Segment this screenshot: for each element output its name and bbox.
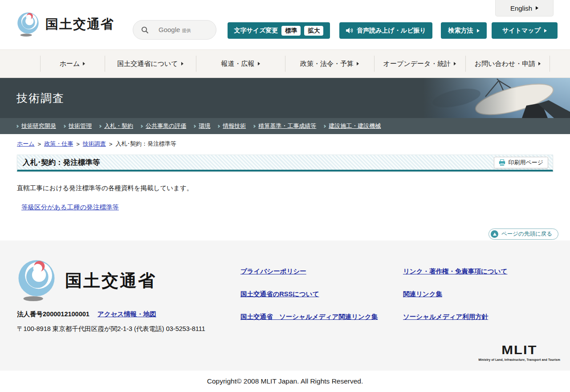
- chevron-right-icon: [357, 62, 359, 65]
- nav-item-press[interactable]: 報道・広報: [196, 50, 285, 78]
- chevron-right-icon: [193, 124, 196, 127]
- page-section-title: 技術調査: [16, 91, 65, 106]
- breadcrumb-separator: >: [109, 141, 113, 147]
- subnav-item-environment[interactable]: 環境: [193, 122, 210, 130]
- chevron-right-icon: [323, 124, 326, 127]
- font-standard-button[interactable]: 標準: [281, 26, 301, 36]
- print-page-label: 印刷用ページ: [508, 159, 543, 167]
- section-subnav: 技術研究開発 技術管理 入札・契約 公共事業の評価 環境 情報技術 積算基準・工…: [0, 118, 570, 134]
- voice-reading-button[interactable]: 音声読み上げ・ルビ振り: [339, 22, 432, 39]
- print-page-button[interactable]: 印刷用ページ: [494, 157, 548, 168]
- footer-site-title: 国土交通省: [65, 270, 156, 292]
- footer-logo[interactable]: 国土交通省: [16, 257, 156, 304]
- address-line: 〒100-8918 東京都千代田区霞が関2-1-3 (代表電話) 03-5253…: [17, 325, 205, 333]
- subnav-item-construction-machinery[interactable]: 建設施工・建設機械: [323, 122, 381, 130]
- site-footer: 国土交通省 法人番号2000012100001アクセス情報・地図 〒100-89…: [0, 241, 570, 371]
- page: 国土交通省 Google提供 文字サイズ変更 標準 拡大 音声読み上げ・ルビ振り: [0, 0, 570, 392]
- breadcrumb-separator: >: [76, 141, 80, 147]
- sitemap-button[interactable]: サイトマップ: [492, 22, 558, 39]
- list-item: 国土交通省 ソーシャルメディア関連リンク集: [240, 313, 378, 321]
- copyright-disclaimer-link[interactable]: リンク・著作権・免責事項について: [403, 268, 507, 275]
- satellite-dish-image: [423, 78, 570, 118]
- section-banner: 技術調査: [0, 78, 570, 118]
- chevron-right-icon: [16, 124, 19, 127]
- search-method-label: 検索方法: [448, 27, 473, 35]
- chevron-right-icon: [181, 62, 183, 65]
- page-heading-box: 入札･契約：発注標準等 印刷用ページ: [17, 155, 553, 172]
- breadcrumb-tech-link[interactable]: 技術調査: [83, 140, 106, 148]
- site-logo[interactable]: 国土交通省: [16, 11, 114, 38]
- site-title: 国土交通省: [45, 16, 114, 33]
- chevron-right-icon: [536, 6, 538, 10]
- voice-reading-label: 音声読み上げ・ルビ振り: [357, 27, 426, 35]
- chevron-right-icon: [140, 124, 143, 127]
- sitemap-label: サイトマップ: [502, 27, 541, 35]
- chevron-right-icon: [258, 62, 260, 65]
- chevron-right-icon: [98, 124, 102, 127]
- list-item: ソーシャルメディア利用方針: [403, 313, 507, 321]
- breadcrumb: ホーム > 政策・仕事 > 技術調査 > 入札･契約：発注標準等: [17, 134, 553, 148]
- footer-links-column-2: リンク・著作権・免責事項について 関連リンク集 ソーシャルメディア利用方針: [403, 267, 507, 335]
- font-size-label: 文字サイズ変更: [234, 27, 278, 35]
- footer-links-column-1: プライバシーポリシー 国土交通省のRSSについて 国土交通省 ソーシャルメディア…: [240, 267, 378, 335]
- subnav-item-it[interactable]: 情報技術: [217, 122, 246, 130]
- back-to-top-button[interactable]: ページの先頭に戻る: [489, 229, 558, 240]
- speaker-icon: [346, 27, 353, 34]
- subnav-item-evaluation[interactable]: 公共事業の評価: [140, 122, 186, 130]
- corporate-number: 法人番号2000012100001: [17, 310, 90, 318]
- social-media-policy-link[interactable]: ソーシャルメディア利用方針: [403, 313, 488, 320]
- nav-item-opendata[interactable]: オープンデータ・統計: [374, 50, 465, 78]
- access-map-link[interactable]: アクセス情報・地図: [98, 310, 156, 318]
- printer-icon: [499, 159, 505, 166]
- subnav-item-rd[interactable]: 技術研究開発: [16, 122, 56, 130]
- subnav-item-tech-management[interactable]: 技術管理: [63, 122, 92, 130]
- nav-item-contact[interactable]: お問い合わせ・申請: [465, 50, 550, 78]
- intro-text: 直轄工事における発注標準等の各種資料を掲載しています。: [17, 184, 553, 192]
- up-arrow-icon: [491, 230, 498, 238]
- site-header: 国土交通省 Google提供 文字サイズ変更 標準 拡大 音声読み上げ・ルビ振り: [0, 0, 570, 49]
- subnav-item-cost-standards[interactable]: 積算基準・工事成績等: [253, 122, 316, 130]
- copyright-bar: Copyright© 2008 MLIT Japan. All Rights R…: [0, 371, 570, 392]
- social-media-links-link[interactable]: 国土交通省 ソーシャルメディア関連リンク集: [240, 313, 378, 320]
- list-item: 国土交通省のRSSについて: [240, 290, 378, 298]
- subnav-item-bidding[interactable]: 入札・契約: [99, 122, 133, 130]
- corporate-number-line: 法人番号2000012100001アクセス情報・地図: [17, 310, 156, 318]
- font-large-button[interactable]: 拡大: [304, 26, 323, 36]
- related-links-link[interactable]: 関連リンク集: [403, 290, 442, 298]
- nav-item-about[interactable]: 国土交通省について: [105, 50, 196, 78]
- mlit-tagline: Ministry of Land, Infrastructure, Transp…: [479, 358, 560, 361]
- chevron-right-icon: [63, 124, 66, 127]
- breadcrumb-current: 入札･契約：発注標準等: [115, 140, 176, 148]
- order-standards-link[interactable]: 等級区分がある工種の発注標準等: [21, 203, 119, 212]
- chevron-right-icon: [454, 62, 456, 65]
- back-to-top-label: ページの先頭に戻る: [501, 230, 552, 238]
- search-method-button[interactable]: 検索方法: [441, 22, 487, 39]
- search-input[interactable]: Google提供: [133, 20, 216, 40]
- breadcrumb-policy-link[interactable]: 政策・仕事: [44, 140, 73, 148]
- list-item: 関連リンク集: [403, 290, 507, 298]
- mlit-logo-icon: [16, 257, 57, 304]
- global-nav: ホーム 国土交通省について 報道・広報 政策・法令・予算 オープンデータ・統計 …: [0, 49, 570, 78]
- nav-item-home[interactable]: ホーム: [40, 50, 105, 78]
- list-item: プライバシーポリシー: [240, 267, 378, 276]
- font-size-button[interactable]: 文字サイズ変更 標準 拡大: [228, 22, 330, 39]
- chevron-right-icon: [538, 62, 541, 65]
- chevron-right-icon: [252, 124, 256, 127]
- chevron-right-icon: [477, 29, 480, 33]
- mlit-logo-icon: [16, 11, 40, 38]
- privacy-policy-link[interactable]: プライバシーポリシー: [240, 268, 306, 275]
- mlit-wordmark: MLIT Ministry of Land, Infrastructure, T…: [479, 343, 560, 361]
- english-label: English: [510, 4, 532, 12]
- list-item: リンク・著作権・免責事項について: [403, 267, 507, 276]
- mlit-logo-text: MLIT: [479, 344, 560, 356]
- chevron-right-icon: [544, 29, 547, 33]
- main-content: ホーム > 政策・仕事 > 技術調査 > 入札･契約：発注標準等 入札･契約：発…: [0, 134, 570, 241]
- search-placeholder: Google提供: [159, 26, 191, 34]
- chevron-right-icon: [83, 62, 85, 65]
- breadcrumb-home-link[interactable]: ホーム: [17, 140, 35, 148]
- rss-link[interactable]: 国土交通省のRSSについて: [240, 290, 319, 298]
- chevron-right-icon: [217, 124, 220, 127]
- english-button[interactable]: English: [495, 0, 554, 16]
- breadcrumb-separator: >: [38, 141, 41, 147]
- nav-item-policy[interactable]: 政策・法令・予算: [285, 50, 374, 78]
